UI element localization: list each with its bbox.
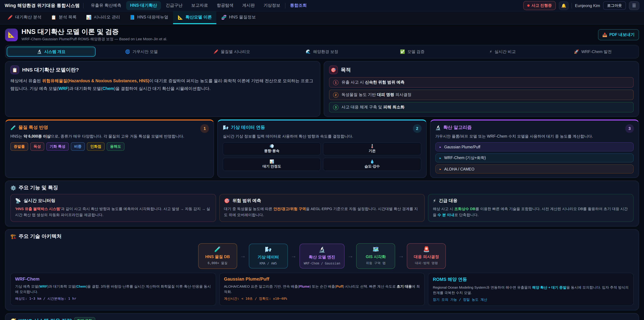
marker-icon: 🖍️ xyxy=(213,49,218,54)
tag-evaporation[interactable]: 증발률 xyxy=(10,142,28,151)
feature-card-text: 가우시안 플룸/퍼프 모델 또는 WRF-Chem 수치 모델을 사용하여 대기… xyxy=(435,133,634,139)
nav-item-hns-diffusion[interactable]: HNS·대기확산 xyxy=(126,1,161,10)
divider xyxy=(285,3,285,8)
microscope-icon: 🔬 xyxy=(435,125,441,130)
arch-card-title: WRF-Chem xyxy=(15,276,211,281)
algo-label: Gaussian Plume/Puff xyxy=(444,145,480,149)
nav-item-integrated-search[interactable]: 통합조회 xyxy=(286,1,311,10)
subtab-label: HNS 물질정보 xyxy=(229,15,256,20)
subtab-analysis-list[interactable]: 📋 분석 목록 xyxy=(46,12,81,24)
book-icon: 📘 xyxy=(130,15,135,20)
flow-node-subtitle: WRF-Chem / Gaussian xyxy=(304,261,340,265)
thermometer-icon: 🌡️ xyxy=(370,144,374,148)
purpose-item-text: 독성물질 농도 기반 대피 명령 의사결정 xyxy=(342,92,412,98)
feature-card-title: 물질 특성 반영 xyxy=(18,125,48,131)
emergency-response-card: ⚡ 긴급 대응 해상 사고 시 조화상수 DB를 이용한 빠른 예측 기술을 포… xyxy=(428,194,634,222)
feature-card-title: 기상 데이터 연동 xyxy=(231,125,265,131)
subtab-diffusion-analysis[interactable]: 🖍️ 대기확산 분석 xyxy=(3,12,46,24)
feature-card-text: 실시간 기상 정보를 입력 데이터로 사용하여 확산 방향과 속도를 결정합니다… xyxy=(223,133,421,139)
weather-cell-label: 대기 안정도 xyxy=(262,164,281,169)
cyclone-icon: 🌀 xyxy=(125,49,130,54)
dna-icon: 🧬 xyxy=(221,15,226,20)
arch-card-title: Gaussian Plume/Puff xyxy=(224,276,420,281)
weather-cell-wind: 💨 풍향·풍속 xyxy=(223,142,321,156)
nav-item-oil-spill[interactable]: 유출유 확산예측 xyxy=(87,1,125,10)
arch-card-title: ROMS 해양 연동 xyxy=(433,276,629,282)
rocket-icon: 🚀 xyxy=(574,49,579,54)
world-map-icon: 🗺️ xyxy=(361,246,391,252)
arch-card-meta: 해상도: 1~3 km / 시간분해능: 1 hr xyxy=(15,296,211,301)
nav-item-weather[interactable]: 기상정보 xyxy=(260,1,284,10)
notifications-button[interactable]: 🔔 xyxy=(559,1,569,10)
incident-status-badge[interactable]: 사고 진행중 xyxy=(523,1,556,10)
section-title: WING 시스템 적용 전략 xyxy=(18,318,72,320)
purpose-item-text: 유출 사고 시 신속한 위험 범위 예측 xyxy=(342,80,404,85)
nav-item-aerial-search[interactable]: 항공탐색 xyxy=(213,1,238,10)
tab-model-validation[interactable]: ✅ 모델 검증 xyxy=(368,47,457,57)
wind-icon: 🌬️ xyxy=(253,247,283,252)
nav-item-emergency-rescue[interactable]: 긴급구난 xyxy=(162,1,186,10)
lightning-icon: ⚡ xyxy=(433,198,436,204)
flow-node-gis-visualization: 🗺️ GIS 시각화 위험 구역 맵 xyxy=(356,243,395,269)
microscope-icon: 🔬 xyxy=(304,247,340,252)
tab-wrf-chem-advanced[interactable]: 🚀 WRF-Chem 발전 xyxy=(548,47,637,57)
tag-vaporization[interactable]: 기화 특성 xyxy=(46,142,69,151)
tab-substance-scenarios[interactable]: 🖍️ 물질별 시나리오 xyxy=(187,47,276,57)
tab-label: 가우시안 모델 xyxy=(132,49,158,55)
purpose-list: 1 유출 사고 시 신속한 위험 범위 예측 2 독성물질 농도 기반 대피 명… xyxy=(329,77,634,112)
tab-system-overview[interactable]: 🔬 시스템 개요 xyxy=(7,47,96,57)
download-icon: 📥 xyxy=(602,32,607,37)
arch-card-meta: 장기 모의 가능 / 정밀 농도 계산 xyxy=(433,297,629,302)
logout-button[interactable]: 로그아웃 xyxy=(603,1,626,10)
tab-marine-correction[interactable]: 🌊 해양환경 보정 xyxy=(278,47,366,57)
arch-card-text: Regional Ocean Modeling System과 연동하여 해수면… xyxy=(433,284,629,295)
algo-wrf-chem[interactable]: ▸ WRF-Chem (기상+화학) xyxy=(435,154,634,163)
overview-section: 📋 HNS 대기확산 모델이란? 해상에서 유출된 위험유해물질(Hazardo… xyxy=(5,61,639,117)
subtab-diffusion-model-theory[interactable]: 📐 확산모델 이론 xyxy=(173,12,216,24)
arrow-right-icon: → xyxy=(398,252,404,259)
subtab-hns-substance-info[interactable]: 🧬 HNS 물질정보 xyxy=(216,12,260,24)
key-functions-section: ⚙️ 주요 기능 및 특징 📡 실시간 모니터링 'HNS 유출 블랙박스 시스… xyxy=(5,181,639,226)
tab-realtime-comparison[interactable]: ⚡ 실시간 비교 xyxy=(458,47,547,57)
nav-item-board[interactable]: 게시판 xyxy=(238,1,259,10)
item-number-badge: 3 xyxy=(333,105,338,110)
weather-factor-grid: 💨 풍향·풍속 🌡️ 기온 📊 대기 안정도 💧 습도·강수 xyxy=(223,142,421,171)
tag-solubility[interactable]: 용해도 xyxy=(107,142,124,151)
subtab-scenario-management[interactable]: 📊 시나리오 관리 xyxy=(81,12,125,24)
triangle-ruler-icon: 📐 xyxy=(5,28,18,41)
top-navbar: Wing 해양환경 위기대응 통합시스템 유출유 확산예측 HNS·대기확산 긴… xyxy=(0,0,644,12)
brand-logo[interactable]: Wing 해양환경 위기대응 통합시스템 xyxy=(5,3,80,9)
droplet-icon: 💧 xyxy=(370,160,374,164)
algo-gaussian-plume-puff[interactable]: ▸ Gaussian Plume/Puff xyxy=(435,142,634,152)
function-card-title: 위험 범위 예측 xyxy=(232,198,261,204)
hamburger-menu-button[interactable]: ☰ xyxy=(629,1,639,10)
section-title: 주요 기술 아키텍처 xyxy=(18,233,62,239)
nav-item-reports[interactable]: 보고자료 xyxy=(187,1,212,10)
subtab-label: 확산모델 이론 xyxy=(186,15,212,20)
function-card-text: 대기 중 독성물질 농도에 따른 안전/경고/위험 구역을 AEGL·ERPG … xyxy=(224,206,420,218)
flow-node-weather-data: 🌬️ 기상 데이터 KMA / AWS xyxy=(249,243,288,268)
weather-cell-label: 습도·강수 xyxy=(364,164,380,169)
wind-gust-icon: 💨 xyxy=(270,144,274,148)
tag-toxicity[interactable]: 독성 xyxy=(30,142,44,151)
bar-chart-icon: 📊 xyxy=(86,15,92,20)
feature-number-badge: 3 xyxy=(625,124,634,133)
pdf-export-button[interactable]: 📥 PDF 내보내기 xyxy=(598,29,639,40)
weather-cell-humidity: 💧 습도·강수 xyxy=(323,158,421,171)
tag-specific-gravity[interactable]: 비중 xyxy=(71,142,85,151)
main-menu: 유출유 확산예측 HNS·대기확산 긴급구난 보고자료 항공탐색 게시판 기상정… xyxy=(87,1,311,10)
tab-label: 모델 검증 xyxy=(407,49,425,55)
algo-aloha-cameo[interactable]: ▸ ALOHA / CAMEO xyxy=(435,165,634,174)
architecture-cards: WRF-Chem 기상 예측 모델(WRF)과 대기화학 모델(Chem)을 결… xyxy=(10,273,634,306)
flow-node-title: 기상 데이터 xyxy=(253,254,283,260)
main-content: 📋 HNS 대기확산 모델이란? 해상에서 유출된 위험유해물질(Hazardo… xyxy=(0,61,644,320)
tag-flash-point[interactable]: 인화점 xyxy=(87,142,105,151)
weather-cell-label: 풍향·풍속 xyxy=(264,149,280,154)
subtab-hns-manual[interactable]: 📘 HNS 대응매뉴얼 xyxy=(125,12,173,24)
target-icon: 🎯 xyxy=(224,198,230,204)
bell-icon: 🔔 xyxy=(561,3,566,8)
hamburger-icon: ☰ xyxy=(632,3,636,8)
page-title-block: HNS 대기확산 모델 이론 및 검증 WRF-Chem·Gaussian Pl… xyxy=(22,28,167,42)
user-name: Eunjeong Kim xyxy=(575,3,600,8)
tab-gaussian-model[interactable]: 🌀 가우시안 모델 xyxy=(97,47,186,57)
